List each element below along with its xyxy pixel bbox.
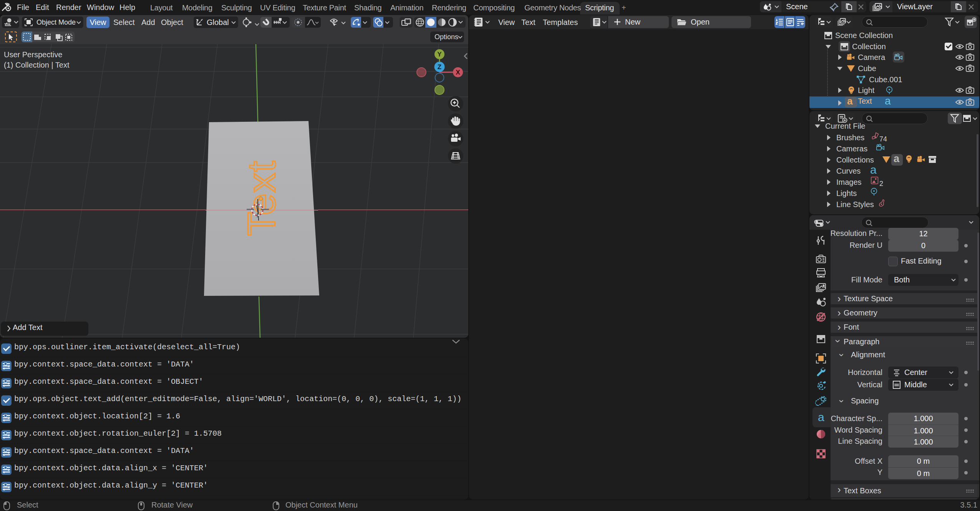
svg-text:Z: Z: [438, 63, 441, 71]
svg-text:X: X: [456, 69, 460, 76]
svg-text:Y: Y: [437, 51, 442, 58]
